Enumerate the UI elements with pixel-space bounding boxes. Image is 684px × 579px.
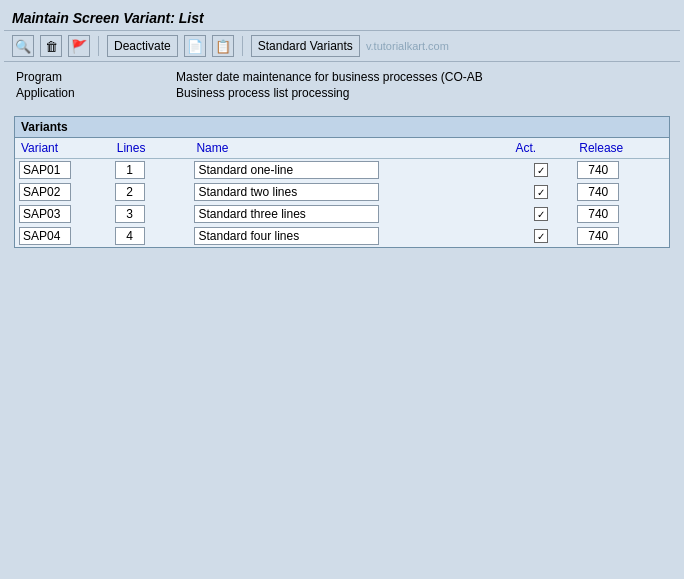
standard-variants-button[interactable]: Standard Variants	[251, 35, 360, 57]
cell-name-2	[190, 203, 509, 225]
input-name-1[interactable]	[194, 183, 379, 201]
search-button[interactable]: 🔍	[12, 35, 34, 57]
cell-variant-3	[15, 225, 111, 247]
cell-act-1: ✓	[509, 181, 573, 203]
input-lines-0[interactable]	[115, 161, 145, 179]
col-variant: Variant	[15, 138, 111, 159]
input-name-3[interactable]	[194, 227, 379, 245]
checkbox-display-3: ✓	[534, 229, 548, 243]
checkbox-display-2: ✓	[534, 207, 548, 221]
table-row: ✓	[15, 181, 669, 203]
info-section: Program Master date maintenance for busi…	[4, 62, 680, 108]
input-release-3[interactable]	[577, 227, 619, 245]
checkbox-act-3[interactable]: ✓	[513, 229, 569, 243]
input-name-2[interactable]	[194, 205, 379, 223]
input-name-0[interactable]	[194, 161, 379, 179]
col-act: Act.	[509, 138, 573, 159]
application-value: Business process list processing	[176, 86, 668, 100]
doc-button-1[interactable]: 📄	[184, 35, 206, 57]
table-header-row: Variant Lines Name Act. Release	[15, 138, 669, 159]
cell-name-1	[190, 181, 509, 203]
input-variant-1[interactable]	[19, 183, 71, 201]
checkbox-display-1: ✓	[534, 185, 548, 199]
main-content: Variants Variant Lines Name Act. Release	[14, 116, 670, 248]
checkbox-act-0[interactable]: ✓	[513, 163, 569, 177]
cell-act-3: ✓	[509, 225, 573, 247]
application-label: Application	[16, 86, 176, 100]
checkbox-act-1[interactable]: ✓	[513, 185, 569, 199]
input-variant-2[interactable]	[19, 205, 71, 223]
cell-lines-1	[111, 181, 191, 203]
input-lines-3[interactable]	[115, 227, 145, 245]
input-variant-3[interactable]	[19, 227, 71, 245]
cell-act-0: ✓	[509, 159, 573, 182]
page-title: Maintain Screen Variant: List	[12, 10, 672, 26]
checkbox-act-2[interactable]: ✓	[513, 207, 569, 221]
cell-variant-1	[15, 181, 111, 203]
variants-header: Variants	[15, 117, 669, 138]
doc-icon-2: 📋	[215, 39, 231, 54]
cell-release-3	[573, 225, 669, 247]
table-row: ✓	[15, 225, 669, 247]
program-label: Program	[16, 70, 176, 84]
separator-1	[98, 36, 99, 56]
watermark: v.tutorialkart.com	[366, 40, 449, 52]
deactivate-button[interactable]: Deactivate	[107, 35, 178, 57]
col-release: Release	[573, 138, 669, 159]
delete-button[interactable]: 🗑	[40, 35, 62, 57]
doc-button-2[interactable]: 📋	[212, 35, 234, 57]
standard-variants-label: Standard Variants	[258, 39, 353, 53]
trash-icon: 🗑	[45, 39, 58, 54]
variants-table: Variant Lines Name Act. Release	[15, 138, 669, 247]
table-row: ✓	[15, 159, 669, 182]
cell-release-2	[573, 203, 669, 225]
cell-name-3	[190, 225, 509, 247]
cell-name-0	[190, 159, 509, 182]
cell-variant-0	[15, 159, 111, 182]
col-lines: Lines	[111, 138, 191, 159]
flag-icon: 🚩	[71, 39, 87, 54]
separator-2	[242, 36, 243, 56]
input-release-0[interactable]	[577, 161, 619, 179]
program-value: Master date maintenance for business pro…	[176, 70, 668, 84]
col-name: Name	[190, 138, 509, 159]
input-release-2[interactable]	[577, 205, 619, 223]
cell-lines-3	[111, 225, 191, 247]
search-icon: 🔍	[15, 39, 31, 54]
input-lines-1[interactable]	[115, 183, 145, 201]
cell-release-0	[573, 159, 669, 182]
cell-release-1	[573, 181, 669, 203]
input-lines-2[interactable]	[115, 205, 145, 223]
flag-button[interactable]: 🚩	[68, 35, 90, 57]
title-bar: Maintain Screen Variant: List	[4, 4, 680, 30]
checkbox-display-0: ✓	[534, 163, 548, 177]
cell-lines-2	[111, 203, 191, 225]
cell-variant-2	[15, 203, 111, 225]
doc-icon-1: 📄	[187, 39, 203, 54]
cell-lines-0	[111, 159, 191, 182]
cell-act-2: ✓	[509, 203, 573, 225]
toolbar: 🔍 🗑 🚩 Deactivate 📄 📋 Standard Variants v…	[4, 30, 680, 62]
main-window: Maintain Screen Variant: List 🔍 🗑 🚩 Deac…	[0, 0, 684, 579]
input-variant-0[interactable]	[19, 161, 71, 179]
input-release-1[interactable]	[577, 183, 619, 201]
table-row: ✓	[15, 203, 669, 225]
